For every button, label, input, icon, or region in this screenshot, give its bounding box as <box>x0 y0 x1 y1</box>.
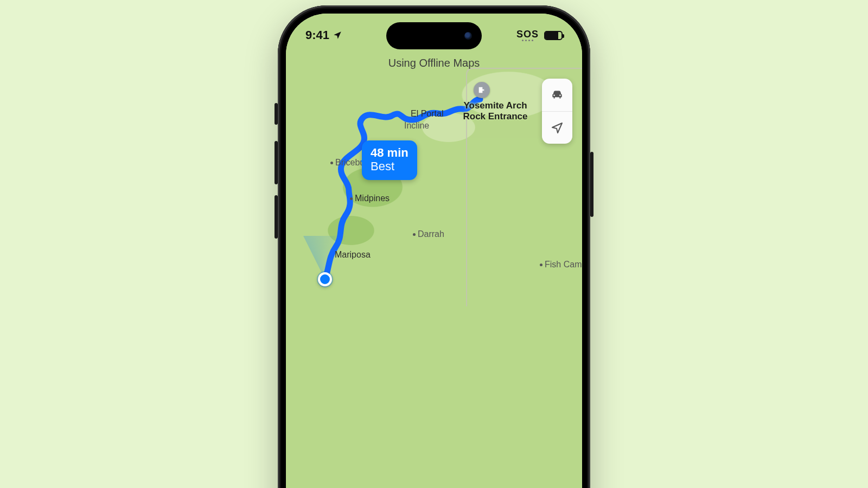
status-time: 9:41 <box>305 28 329 42</box>
map-label-el-portal: El Portal <box>411 109 443 119</box>
status-left: 9:41 <box>305 28 342 42</box>
location-arrow-icon <box>333 30 342 40</box>
map-label-darrah: Darrah <box>413 229 444 239</box>
map-canvas[interactable]: Using Offline Maps El Portal Incline Bri… <box>286 14 582 488</box>
current-location-dot <box>318 272 332 286</box>
sos-indicator: SOS <box>516 29 539 41</box>
map-label-fish-camp: Fish Camp <box>540 260 582 269</box>
iphone-frame: 9:41 SOS Using Offline Maps El Port <box>278 5 590 488</box>
location-arrow-icon <box>551 121 564 134</box>
map-label-incline: Incline <box>404 121 429 131</box>
map-label-midpines: Midpines <box>350 194 390 203</box>
destination-pin-icon[interactable] <box>474 82 490 98</box>
map-label-mariposa: Mariposa <box>335 250 371 260</box>
dynamic-island <box>386 22 482 49</box>
offline-banner: Using Offline Maps <box>286 57 582 69</box>
phone-side-button <box>275 195 278 239</box>
car-icon <box>550 88 564 102</box>
route-line <box>286 14 582 488</box>
phone-side-button <box>275 103 278 125</box>
destination-label: Yosemite Arch Rock Entrance <box>452 100 539 121</box>
battery-icon <box>544 31 563 40</box>
status-right: SOS <box>516 29 563 41</box>
route-tag: Best <box>371 159 409 173</box>
route-summary-bubble[interactable]: 48 min Best <box>362 140 417 180</box>
route-time: 48 min <box>371 146 409 159</box>
phone-side-button <box>275 141 278 184</box>
map-mode-button[interactable] <box>542 79 572 111</box>
recenter-button[interactable] <box>542 111 572 144</box>
phone-side-button <box>590 152 593 217</box>
map-controls <box>542 79 572 144</box>
phone-screen: 9:41 SOS Using Offline Maps El Port <box>286 14 582 488</box>
sos-text: SOS <box>516 29 539 39</box>
